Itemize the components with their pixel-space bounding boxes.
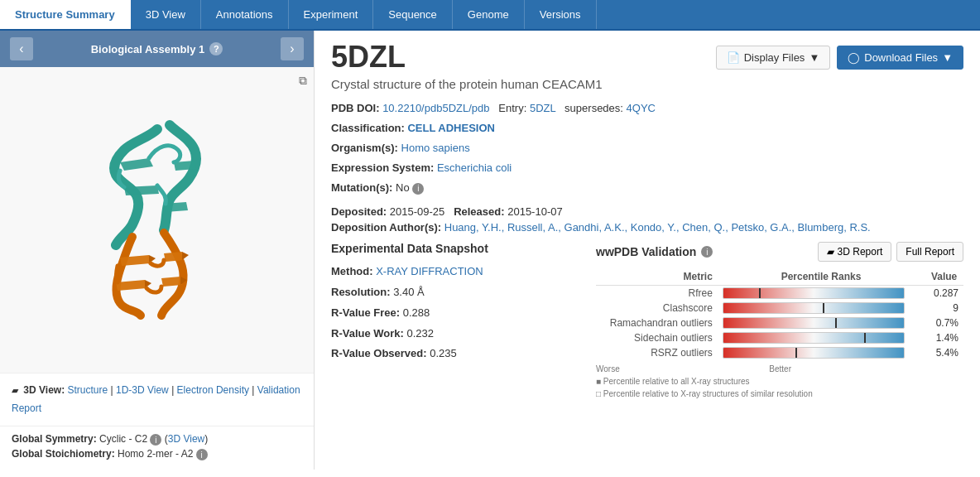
validation-buttons: ▰ 3D Report Full Report xyxy=(818,242,963,262)
3d-cube-icon: ▰ xyxy=(12,385,18,395)
stoichiometry-help-icon[interactable]: i xyxy=(196,449,208,460)
global-stoichiometry-label: Global Stoichiometry: xyxy=(12,448,115,460)
next-assembly-button[interactable]: › xyxy=(281,37,304,60)
validation-bar-cell xyxy=(718,301,925,316)
col-percentile: Percentile Ranks xyxy=(718,268,925,286)
validation-value: 0.287 xyxy=(925,286,963,301)
deposited-label: Deposited: xyxy=(331,205,387,218)
tab-versions[interactable]: Versions xyxy=(525,0,597,29)
tab-sequence[interactable]: Sequence xyxy=(373,0,453,29)
validation-header: wwPDB Validation i ▰ 3D Report Full Repo… xyxy=(596,242,963,262)
display-files-button[interactable]: 📄 Display Files ▼ xyxy=(716,46,831,70)
validation-help-icon[interactable]: i xyxy=(701,246,713,258)
header-buttons: 📄 Display Files ▼ ◯ Download Files ▼ xyxy=(716,46,963,70)
resolution-label: Resolution: xyxy=(331,286,391,298)
bar-marker xyxy=(835,318,837,328)
entry-id[interactable]: 5DZL xyxy=(530,102,555,114)
validation-bar-cell xyxy=(718,286,925,301)
tab-genome[interactable]: Genome xyxy=(453,0,525,29)
assembly-label: Biological Assembly 1 xyxy=(91,43,205,55)
mutation-help-icon[interactable]: i xyxy=(412,183,424,195)
full-report-button[interactable]: Full Report xyxy=(896,242,963,262)
rvalue-free-value: 0.288 xyxy=(403,306,430,319)
expression-label: Expression System: xyxy=(331,161,434,174)
validation-value: 9 xyxy=(925,301,963,316)
validation-row: Clashscore9 xyxy=(596,301,963,316)
bar-marker xyxy=(823,303,824,313)
main-layout: ‹ Biological Assembly 1 ? › ⧉ xyxy=(0,31,980,470)
rvalue-work-value: 0.232 xyxy=(407,327,435,340)
resolution-value: 3.40 Å xyxy=(393,286,425,298)
structure-link[interactable]: Structure xyxy=(68,384,108,396)
pdb-doi-value[interactable]: 10.2210/pdb5DZL/pdb xyxy=(382,102,489,114)
organism-value[interactable]: Homo sapiens xyxy=(401,142,470,154)
validation-header-left: wwPDB Validation i xyxy=(596,245,713,258)
expression-value[interactable]: Escherichia coli xyxy=(437,161,512,174)
col-value: Value xyxy=(925,268,963,286)
full-report-label: Full Report xyxy=(906,246,954,258)
symmetry-3d-link[interactable]: 3D View xyxy=(168,433,204,445)
validation-metric: Clashscore xyxy=(596,301,718,316)
pdb-id-title: 5DZL xyxy=(331,42,406,72)
rvalue-observed-label: R-Value Observed: xyxy=(331,347,427,359)
electron-density-link[interactable]: Electron Density xyxy=(177,384,249,396)
entry-label: Entry: xyxy=(498,102,526,114)
download-files-label: Download Files xyxy=(864,51,938,64)
symmetry-help-icon[interactable]: i xyxy=(150,434,161,446)
prev-assembly-button[interactable]: ‹ xyxy=(10,37,33,60)
validation-table: Metric Percentile Ranks Value Rfree0.287… xyxy=(596,268,963,360)
authors-line: Deposition Author(s): Huang, Y.H., Russe… xyxy=(331,221,963,234)
tab-3d-view[interactable]: 3D View xyxy=(131,0,201,29)
organism-label: Organism(s): xyxy=(331,142,398,154)
date-line: Deposited: 2015-09-25 Released: 2015-10-… xyxy=(331,205,963,218)
assembly-title-area: Biological Assembly 1 ? xyxy=(91,42,223,55)
top-navigation: Structure Summary 3D View Annotations Ex… xyxy=(0,0,980,31)
1d3d-view-link[interactable]: 1D-3D View xyxy=(116,384,169,396)
download-files-button[interactable]: ◯ Download Files ▼ xyxy=(837,46,963,70)
global-info: Global Symmetry: Cyclic - C2 i (3D View)… xyxy=(0,426,314,470)
rvalue-free-label: R-Value Free: xyxy=(331,306,400,319)
validation-bar-cell xyxy=(718,345,925,360)
method-label: Method: xyxy=(331,265,373,277)
footer-line2: ■ Percentile relative to all X-ray struc… xyxy=(596,376,963,388)
expand-icon[interactable]: ⧉ xyxy=(299,74,307,88)
supersedes-label: supersedes: xyxy=(564,102,623,114)
3d-report-label: 3D Report xyxy=(838,246,883,258)
tab-experiment[interactable]: Experiment xyxy=(289,0,374,29)
svg-marker-5 xyxy=(164,252,184,262)
download-files-icon: ◯ xyxy=(848,51,860,64)
right-panel-header: 5DZL 📄 Display Files ▼ ◯ Download Files … xyxy=(331,42,963,72)
deposition-authors-label: Deposition Author(s): xyxy=(331,221,441,234)
percentile-bar xyxy=(723,317,905,329)
experimental-data: Experimental Data Snapshot Method: X-RAY… xyxy=(331,242,579,401)
classification-label: Classification: xyxy=(331,122,405,134)
validation-metric: Sidechain outliers xyxy=(596,330,718,345)
footer-line1: Worse Better xyxy=(596,364,963,375)
supersedes-id[interactable]: 4QYC xyxy=(627,102,656,114)
rvalue-observed-value: 0.235 xyxy=(430,347,457,359)
3d-report-button[interactable]: ▰ 3D Report xyxy=(818,242,892,262)
percentile-bar xyxy=(723,332,905,344)
display-files-icon: 📄 xyxy=(727,51,740,64)
bottom-links: ▰ 3D View: Structure | 1D-3D View | Elec… xyxy=(0,373,314,426)
pdb-doi-label: PDB DOI: xyxy=(331,102,380,114)
released-date: 2015-10-07 xyxy=(507,205,563,218)
assembly-help-icon[interactable]: ? xyxy=(209,42,223,55)
validation-metric: RSRZ outliers xyxy=(596,345,718,360)
left-panel: ‹ Biological Assembly 1 ? › ⧉ xyxy=(0,31,315,470)
experimental-table: Method: X-RAY DIFFRACTION Resolution: 3.… xyxy=(331,262,579,364)
download-files-dropdown-icon: ▼ xyxy=(942,51,953,64)
tab-structure-summary[interactable]: Structure Summary xyxy=(0,0,131,29)
svg-marker-2 xyxy=(124,186,159,195)
validation-value: 1.4% xyxy=(925,330,963,345)
protein-structure-image xyxy=(41,96,273,344)
svg-marker-7 xyxy=(161,277,182,287)
validation-bar-cell xyxy=(718,330,925,345)
mutation-label: Mutation(s): xyxy=(331,181,392,194)
method-value[interactable]: X-RAY DIFFRACTION xyxy=(376,265,483,277)
tab-annotations[interactable]: Annotations xyxy=(201,0,289,29)
right-panel: 5DZL 📄 Display Files ▼ ◯ Download Files … xyxy=(315,31,980,470)
deposition-authors[interactable]: Huang, Y.H., Russell, A., Gandhi, A.K., … xyxy=(444,221,871,234)
deposited-date: 2015-09-25 xyxy=(390,205,445,218)
validation-bar-cell xyxy=(718,316,925,330)
